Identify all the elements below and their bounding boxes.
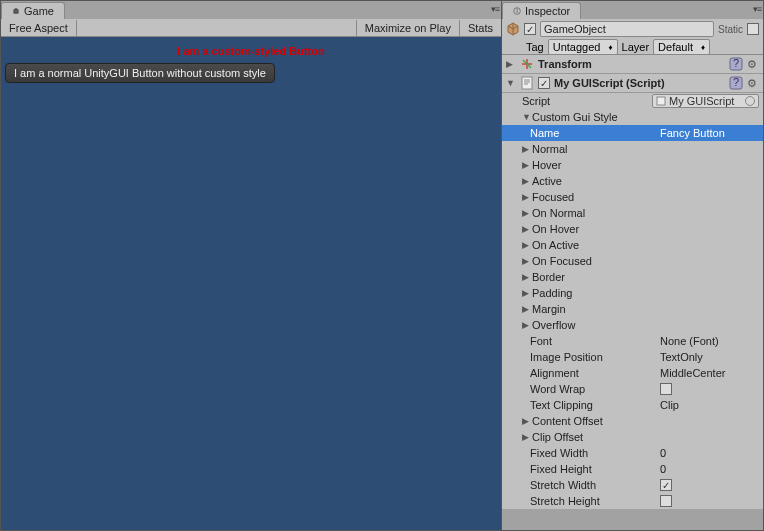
svg-text:?: ? xyxy=(733,76,739,88)
game-toolbar: Free Aspect Maximize on Play Stats xyxy=(1,19,501,37)
stretch-width-row: Stretch Width xyxy=(502,477,763,493)
image-position-dropdown[interactable]: TextOnly xyxy=(660,351,759,363)
alignment-dropdown[interactable]: MiddleCenter xyxy=(660,367,759,379)
style-name-row[interactable]: Name Fancy Button xyxy=(502,125,763,141)
gameobject-icon xyxy=(506,22,520,36)
transform-title: Transform xyxy=(538,58,725,70)
word-wrap-checkbox[interactable] xyxy=(660,383,672,395)
gameobject-active-checkbox[interactable] xyxy=(524,23,536,35)
gameobject-name-field[interactable] xyxy=(540,21,714,37)
foldout-icon: ▶ xyxy=(522,304,530,314)
panel-menu-icon[interactable]: ▾≡ xyxy=(491,4,499,14)
foldout-icon: ▶ xyxy=(522,224,530,234)
custom-styled-button[interactable]: I am a custom-styled Button xyxy=(5,45,497,57)
foldout-icon: ▶ xyxy=(522,208,530,218)
component-enabled-checkbox[interactable] xyxy=(538,77,550,89)
state-foldout[interactable]: ▶Overflow xyxy=(502,317,763,333)
stretch-height-checkbox[interactable] xyxy=(660,495,672,507)
state-foldout[interactable]: ▶Active xyxy=(502,173,763,189)
foldout-icon: ▶ xyxy=(522,272,530,282)
layer-label: Layer xyxy=(622,41,650,53)
stats-button[interactable]: Stats xyxy=(459,20,501,36)
inspector-tab-label: Inspector xyxy=(525,5,570,17)
state-foldout[interactable]: ▶On Focused xyxy=(502,253,763,269)
gear-icon[interactable]: ⚙ xyxy=(747,77,759,90)
foldout-icon: ▶ xyxy=(522,416,530,426)
layer-dropdown[interactable]: Default♦ xyxy=(653,39,710,55)
state-foldout[interactable]: ▶On Normal xyxy=(502,205,763,221)
fixed-width-row: Fixed Width 0 xyxy=(502,445,763,461)
foldout-icon: ▶ xyxy=(522,176,530,186)
font-field[interactable]: None (Font) xyxy=(660,335,759,347)
inspector-tab-bar: i Inspector ▾≡ xyxy=(502,1,763,19)
script-component-title: My GUIScript (Script) xyxy=(554,77,725,89)
game-tab-bar: Game ▾≡ xyxy=(1,1,501,19)
content-offset-foldout[interactable]: ▶ Content Offset xyxy=(502,413,763,429)
game-view: I am a custom-styled Button I am a norma… xyxy=(1,37,501,530)
script-object-field[interactable]: My GUIScript xyxy=(652,94,759,108)
tag-label: Tag xyxy=(526,41,544,53)
aspect-dropdown[interactable]: Free Aspect xyxy=(1,20,77,36)
text-clipping-dropdown[interactable]: Clip xyxy=(660,399,759,411)
guiscript-component: ▼ My GUIScript (Script) ? ⚙ Script My GU… xyxy=(502,74,763,509)
state-foldout[interactable]: ▶Focused xyxy=(502,189,763,205)
foldout-icon: ▼ xyxy=(522,112,530,122)
panel-menu-icon[interactable]: ▾≡ xyxy=(753,4,761,14)
foldout-icon: ▶ xyxy=(522,192,530,202)
name-value: Fancy Button xyxy=(660,127,759,139)
transform-component: ▶ Transform ? ⚙ xyxy=(502,55,763,74)
info-icon: i xyxy=(513,7,521,15)
svg-text:?: ? xyxy=(733,57,739,69)
state-foldout[interactable]: ▶On Active xyxy=(502,237,763,253)
inspector-tab[interactable]: i Inspector xyxy=(502,2,581,19)
script-icon xyxy=(656,96,666,106)
state-foldout[interactable]: ▶On Hover xyxy=(502,221,763,237)
stretch-width-checkbox[interactable] xyxy=(660,479,672,491)
help-icon[interactable]: ? xyxy=(729,57,743,71)
fixed-width-field[interactable]: 0 xyxy=(660,447,759,459)
custom-gui-style-foldout[interactable]: ▼ Custom Gui Style xyxy=(502,109,763,125)
game-icon xyxy=(12,7,20,15)
stretch-height-row: Stretch Height xyxy=(502,493,763,509)
gameobject-header: Static Tag Untagged♦ Layer Default♦ xyxy=(502,19,763,55)
tag-dropdown[interactable]: Untagged♦ xyxy=(548,39,618,55)
image-position-row: Image Position TextOnly xyxy=(502,349,763,365)
script-icon xyxy=(520,76,534,90)
word-wrap-row: Word Wrap xyxy=(502,381,763,397)
alignment-row: Alignment MiddleCenter xyxy=(502,365,763,381)
name-label: Name xyxy=(530,127,660,139)
gear-icon[interactable]: ⚙ xyxy=(747,58,759,71)
static-label: Static xyxy=(718,24,743,35)
foldout-icon[interactable]: ▶ xyxy=(506,59,516,69)
script-label: Script xyxy=(522,95,652,107)
maximize-button[interactable]: Maximize on Play xyxy=(356,20,459,36)
foldout-icon: ▶ xyxy=(522,256,530,266)
svg-rect-4 xyxy=(522,77,532,89)
svg-rect-7 xyxy=(657,97,665,105)
state-foldout[interactable]: ▶Margin xyxy=(502,301,763,317)
state-foldout[interactable]: ▶Border xyxy=(502,269,763,285)
object-picker-icon[interactable] xyxy=(745,96,755,106)
svg-text:i: i xyxy=(516,7,518,15)
font-row: Font None (Font) xyxy=(502,333,763,349)
foldout-icon: ▶ xyxy=(522,160,530,170)
transform-icon xyxy=(520,57,534,71)
script-field-row: Script My GUIScript xyxy=(502,93,763,109)
help-icon[interactable]: ? xyxy=(729,76,743,90)
clip-offset-foldout[interactable]: ▶ Clip Offset xyxy=(502,429,763,445)
foldout-icon: ▶ xyxy=(522,144,530,154)
static-checkbox[interactable] xyxy=(747,23,759,35)
foldout-icon: ▶ xyxy=(522,288,530,298)
game-tab[interactable]: Game xyxy=(1,2,65,19)
state-foldout[interactable]: ▶Normal xyxy=(502,141,763,157)
foldout-icon: ▶ xyxy=(522,320,530,330)
foldout-icon[interactable]: ▼ xyxy=(506,78,516,88)
text-clipping-row: Text Clipping Clip xyxy=(502,397,763,413)
foldout-icon: ▶ xyxy=(522,240,530,250)
fixed-height-field[interactable]: 0 xyxy=(660,463,759,475)
normal-gui-button[interactable]: I am a normal UnityGUI Button without cu… xyxy=(5,63,275,83)
state-foldout[interactable]: ▶Hover xyxy=(502,157,763,173)
fixed-height-row: Fixed Height 0 xyxy=(502,461,763,477)
foldout-icon: ▶ xyxy=(522,432,530,442)
state-foldout[interactable]: ▶Padding xyxy=(502,285,763,301)
